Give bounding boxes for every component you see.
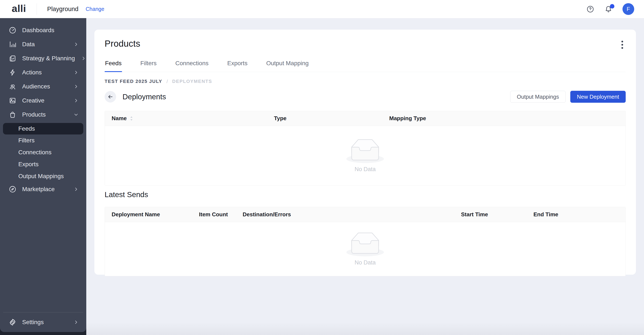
chevron-right-icon (73, 84, 79, 90)
sidebar-item-exports[interactable]: Exports (0, 158, 86, 170)
empty-state-text: No Data (354, 259, 376, 266)
page-title: Products (104, 38, 140, 49)
latest-sends-table-body: No Data (105, 222, 626, 276)
sidebar-item-strategy-planning[interactable]: Strategy & Planning (0, 51, 86, 66)
empty-inbox-icon (346, 232, 384, 256)
sidebar-item-products[interactable]: Products (0, 108, 86, 122)
deployments-table: Name Type Mapping Type (104, 111, 626, 186)
sidebar-item-settings[interactable]: Settings (0, 312, 86, 332)
sidebar-item-label: Connections (18, 149, 52, 156)
people-icon (8, 82, 16, 90)
empty-state: No Data (346, 139, 384, 172)
app-root: alli Playground Change (0, 0, 644, 335)
help-button[interactable] (586, 5, 594, 13)
chevron-down-icon (73, 112, 79, 118)
column-header-end-time: End Time (526, 211, 626, 218)
breadcrumb: TEST FEED 2025 JULY / DEPLOYMENTS (104, 78, 626, 84)
sort-carets-icon[interactable] (129, 116, 134, 122)
chevron-right-icon (73, 41, 79, 47)
notifications-button[interactable] (604, 5, 613, 14)
sidebar-item-label: Actions (22, 69, 68, 76)
sidebar-item-filters[interactable]: Filters (0, 134, 86, 146)
sidebar-item-label: Strategy & Planning (22, 55, 75, 62)
main-content: Products Feeds Filters Connections Expor… (86, 18, 644, 335)
tab-connections[interactable]: Connections (175, 57, 209, 72)
chevron-right-icon (80, 56, 86, 61)
tab-feeds[interactable]: Feeds (104, 57, 122, 72)
sidebar-item-label: Data (22, 41, 68, 48)
back-button[interactable] (104, 91, 116, 102)
column-header-name[interactable]: Name (105, 115, 267, 122)
compass-icon (8, 185, 16, 193)
deployments-header: Deployments Output Mappings New Deployme… (104, 91, 626, 103)
sidebar-item-connections[interactable]: Connections (0, 146, 86, 158)
sidebar-item-label: Output Mappings (18, 173, 64, 180)
sidebar-item-creative[interactable]: Creative (0, 94, 86, 108)
chevron-right-icon (73, 319, 79, 325)
clipboard-check-icon (8, 54, 16, 62)
sidebar: Dashboards Data (0, 18, 86, 335)
gauge-icon (8, 26, 16, 34)
deployments-table-body: No Data (105, 126, 626, 186)
latest-sends-table: Deployment Name Item Count Destination/E… (104, 207, 626, 276)
column-header-deployment-name: Deployment Name (105, 211, 192, 218)
sidebar-item-actions[interactable]: Actions (0, 66, 86, 80)
sidebar-item-label: Audiences (22, 83, 68, 90)
products-tabs: Feeds Filters Connections Exports Output… (104, 57, 626, 72)
empty-state: No Data (346, 232, 384, 266)
sidebar-item-label: Creative (22, 97, 68, 104)
tab-output-mapping[interactable]: Output Mapping (266, 57, 309, 72)
products-card: Products Feeds Filters Connections Expor… (94, 30, 636, 275)
arrow-left-icon (107, 94, 114, 100)
workspace-name: Playground (47, 6, 78, 12)
tab-filters[interactable]: Filters (140, 57, 157, 72)
header-actions: F (586, 3, 634, 15)
user-avatar[interactable]: F (622, 3, 634, 15)
sidebar-item-label: Exports (18, 161, 38, 168)
top-header: alli Playground Change (0, 0, 644, 18)
chevron-right-icon (73, 186, 79, 192)
sidebar-item-label: Feeds (18, 125, 35, 132)
sidebar-item-label: Dashboards (22, 27, 79, 34)
column-header-item-count: Item Count (192, 211, 236, 218)
question-circle-icon (586, 5, 594, 13)
sidebar-item-label: Filters (18, 137, 34, 144)
column-header-type: Type (267, 115, 382, 122)
new-deployment-button[interactable]: New Deployment (570, 91, 626, 103)
sidebar-item-data[interactable]: Data (0, 37, 86, 51)
sidebar-item-dashboards[interactable]: Dashboards (0, 23, 86, 37)
lightning-icon (8, 68, 16, 76)
sidebar-panel: Dashboards Data (0, 18, 86, 332)
more-options-button[interactable] (619, 38, 626, 51)
section-title: Deployments (122, 92, 166, 101)
column-header-mapping-type: Mapping Type (382, 115, 626, 122)
column-header-destination-errors: Destination/Errors (236, 211, 454, 218)
empty-state-text: No Data (354, 166, 376, 172)
breadcrumb-feed-name[interactable]: TEST FEED 2025 JULY (104, 79, 162, 84)
tab-exports[interactable]: Exports (227, 57, 248, 72)
sidebar-item-label: Settings (22, 319, 68, 326)
sidebar-item-label: Marketplace (22, 186, 68, 193)
products-submenu: Feeds Filters Connections Exports Output… (0, 123, 86, 182)
alli-logo: alli (12, 4, 26, 15)
change-workspace-link[interactable]: Change (86, 6, 104, 12)
sidebar-spacer (0, 196, 86, 312)
breadcrumb-separator: / (166, 78, 168, 84)
breadcrumb-current: DEPLOYMENTS (172, 79, 212, 84)
sidebar-item-audiences[interactable]: Audiences (0, 80, 86, 94)
deployments-table-header: Name Type Mapping Type (105, 111, 626, 126)
output-mappings-button[interactable]: Output Mappings (510, 91, 566, 103)
latest-sends-title: Latest Sends (104, 190, 626, 199)
chevron-right-icon (73, 70, 79, 76)
sidebar-item-marketplace[interactable]: Marketplace (0, 182, 86, 196)
gear-icon (8, 318, 16, 326)
latest-sends-table-header: Deployment Name Item Count Destination/E… (105, 207, 626, 222)
empty-inbox-icon (346, 139, 384, 163)
bar-chart-icon (8, 40, 16, 48)
sidebar-item-feeds[interactable]: Feeds (3, 123, 83, 134)
image-icon (8, 96, 16, 105)
sidebar-item-output-mappings[interactable]: Output Mappings (0, 170, 86, 182)
shopping-bag-icon (8, 110, 16, 119)
notification-dot (610, 4, 614, 8)
chevron-right-icon (73, 98, 79, 104)
